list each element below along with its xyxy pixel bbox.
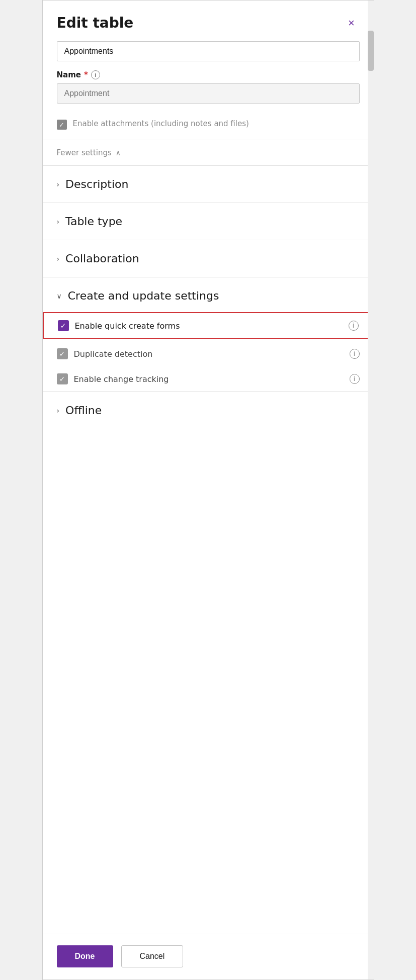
table-display-name-input[interactable] (57, 41, 360, 61)
quick-create-info-icon[interactable]: i (349, 321, 359, 331)
description-header[interactable]: › Description (43, 166, 374, 203)
chevron-down-icon: ∨ (57, 292, 62, 300)
offline-label: Offline (65, 404, 102, 417)
chevron-right-icon: › (57, 255, 60, 263)
name-field-label: Name * i (57, 70, 360, 79)
edit-table-panel: Edit table × Name * i Enable attachments… (42, 0, 374, 980)
fewer-settings-label: Fewer settings (57, 148, 112, 157)
top-input-section (43, 41, 374, 70)
quick-create-checkbox[interactable] (58, 320, 69, 331)
description-section: › Description (43, 165, 374, 203)
table-type-section: › Table type (43, 203, 374, 240)
name-input[interactable] (57, 83, 360, 104)
cancel-button[interactable]: Cancel (121, 945, 184, 967)
description-label: Description (65, 178, 128, 190)
chevron-right-icon: › (57, 407, 60, 415)
scrollbar-track[interactable] (368, 1, 374, 979)
panel-title: Edit table (57, 15, 134, 31)
panel-header: Edit table × (43, 1, 374, 41)
change-tracking-checkbox[interactable] (57, 373, 68, 384)
attachments-checkbox[interactable] (57, 120, 67, 130)
change-tracking-info-icon[interactable]: i (350, 374, 360, 384)
duplicate-detection-info-icon[interactable]: i (350, 349, 360, 359)
create-update-settings-label: Create and update settings (68, 289, 219, 302)
name-info-icon[interactable]: i (91, 70, 100, 79)
chevron-up-icon: ∧ (116, 149, 121, 157)
done-button[interactable]: Done (57, 945, 113, 967)
name-field-section: Name * i (43, 70, 374, 112)
duplicate-detection-checkbox[interactable] (57, 348, 68, 359)
collaboration-label: Collaboration (65, 252, 139, 265)
chevron-right-icon: › (57, 180, 60, 188)
scrollbar-thumb[interactable] (368, 31, 374, 71)
table-type-label: Table type (65, 215, 122, 228)
collaboration-section: › Collaboration (43, 240, 374, 277)
footer: Done Cancel (43, 933, 374, 979)
create-update-settings-section: ∨ Create and update settings Enable quic… (43, 277, 374, 391)
required-star: * (84, 70, 88, 79)
attachments-label: Enable attachments (including notes and … (73, 119, 249, 129)
duplicate-detection-label: Duplicate detection (74, 349, 344, 359)
quick-create-label: Enable quick create forms (75, 321, 343, 331)
change-tracking-label: Enable change tracking (74, 374, 344, 384)
fewer-settings-toggle[interactable]: Fewer settings ∧ (43, 140, 374, 165)
chevron-right-icon: › (57, 218, 60, 226)
create-update-settings-header[interactable]: ∨ Create and update settings (43, 277, 374, 310)
quick-create-forms-row: Enable quick create forms i (43, 312, 374, 339)
duplicate-detection-row: Duplicate detection i (43, 341, 374, 366)
table-type-header[interactable]: › Table type (43, 203, 374, 240)
collaboration-header[interactable]: › Collaboration (43, 240, 374, 277)
offline-section: › Offline (43, 391, 374, 429)
name-label-text: Name (57, 70, 81, 79)
close-button[interactable]: × (344, 15, 360, 31)
attachments-row: Enable attachments (including notes and … (43, 112, 374, 140)
change-tracking-row: Enable change tracking i (43, 366, 374, 391)
offline-header[interactable]: › Offline (43, 392, 374, 429)
